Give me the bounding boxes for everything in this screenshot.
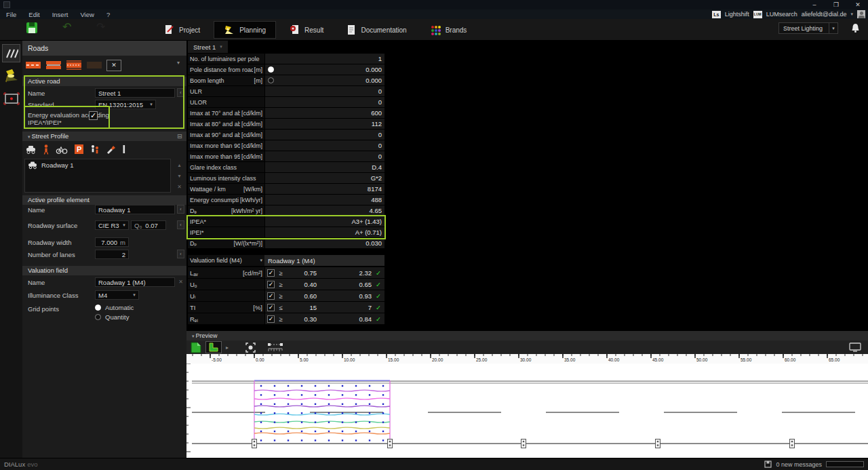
param-value[interactable]: 0.030 [264, 238, 384, 249]
preview-view-mode-button[interactable] [205, 341, 222, 353]
road-name-expand-button[interactable]: ‹ [177, 88, 184, 97]
road-name-input[interactable]: Street 1 [95, 88, 175, 98]
list-item-roadway[interactable]: Roadway 1 [25, 159, 170, 170]
account-menu[interactable]: aliefeldt@dial.de [802, 11, 847, 18]
criterion-checkbox[interactable]: ✓ [267, 269, 275, 277]
required-value[interactable]: 0.75 [287, 269, 317, 277]
param-value[interactable]: 0 [264, 86, 384, 97]
roadway-width-input[interactable]: 7.000 m [95, 237, 129, 247]
calculation-area-tool-button[interactable] [2, 90, 20, 108]
required-value[interactable]: 0.30 [287, 315, 317, 323]
menu-file[interactable]: File [0, 11, 22, 18]
valuation-field-dropdown[interactable]: Valuation field (M4) ▾ [188, 255, 264, 266]
radio-off-icon[interactable] [268, 77, 274, 83]
menu-insert[interactable]: Insert [46, 11, 75, 18]
surface-dropdown[interactable]: CIE R3 ▾ [95, 220, 129, 230]
tab-street-1[interactable]: Street 1 ▾ [188, 41, 228, 53]
param-value[interactable]: 112 [264, 119, 384, 130]
close-button[interactable]: ✕ [848, 1, 868, 9]
grid-quantity-radio[interactable]: Quantity [95, 313, 129, 321]
notifications-button[interactable] [851, 23, 860, 33]
required-value[interactable]: 15 [287, 304, 317, 311]
lightshift-link[interactable]: Lightshift [725, 11, 749, 18]
account-caret-icon[interactable]: ▾ [850, 12, 853, 17]
energy-evaluation-checkbox[interactable]: ✓ [89, 111, 98, 120]
luminaires-tool-button[interactable] [2, 66, 20, 85]
param-value[interactable]: 488 [264, 195, 384, 205]
param-value[interactable]: 0.000 [264, 75, 384, 86]
roads-tool-button[interactable] [2, 44, 20, 62]
move-up-button[interactable]: ▴ [176, 161, 183, 169]
zoom-to-fit-button[interactable] [245, 342, 256, 353]
menu-help[interactable]: ? [100, 11, 116, 18]
param-value[interactable]: A+ (0.71) [264, 227, 384, 238]
pole-symbol[interactable] [521, 439, 526, 448]
pole-symbol[interactable] [388, 439, 393, 448]
measure-button[interactable] [267, 342, 283, 353]
radio-on-icon[interactable] [268, 66, 274, 73]
standard-dropdown[interactable]: EN 13201:2015 ▾ [95, 100, 156, 109]
tab-documentation[interactable]: Documentation [337, 21, 416, 39]
param-value[interactable]: 0 [264, 130, 384, 140]
roadway-icon[interactable] [25, 144, 37, 155]
tab-result[interactable]: Result [280, 21, 333, 39]
illuminance-class-dropdown[interactable]: M4 ▾ [95, 290, 139, 300]
clear-valuation-button[interactable]: ✕ [177, 278, 184, 286]
preview-canvas[interactable] [186, 364, 868, 458]
cycle-path-icon[interactable] [56, 144, 68, 155]
lumsearch-icon[interactable]: LUM [753, 11, 762, 18]
parking-lane-icon[interactable]: P [74, 144, 84, 155]
criterion-checkbox[interactable]: ✓ [267, 292, 275, 300]
avatar[interactable] [857, 10, 865, 18]
save-button[interactable] [26, 22, 38, 34]
param-value[interactable]: 0.000 [264, 64, 384, 75]
criterion-checkbox[interactable]: ✓ [267, 304, 275, 311]
emergency-lane-icon[interactable] [106, 144, 116, 155]
q0-input[interactable]: Q₀ 0.07 [131, 220, 166, 230]
minimize-button[interactable]: – [804, 1, 825, 9]
param-value[interactable]: 0 [264, 151, 384, 162]
new-road-button[interactable] [25, 59, 41, 71]
menu-view[interactable]: View [74, 11, 100, 18]
number-of-lanes-input[interactable]: 2 [95, 250, 129, 259]
tab-project[interactable]: Project [155, 21, 210, 39]
required-value[interactable]: 0.40 [287, 281, 317, 288]
pole-symbol[interactable] [790, 439, 795, 448]
criterion-checkbox[interactable]: ✓ [267, 281, 275, 288]
maximize-button[interactable]: ❐ [826, 1, 846, 9]
expand-views-button[interactable]: ▸ [226, 345, 229, 351]
criterion-checkbox[interactable]: ✓ [267, 315, 275, 323]
new-road-sidewalk-button[interactable] [66, 59, 82, 71]
required-value[interactable]: 0.60 [287, 292, 317, 300]
param-value[interactable]: 4.65 [264, 205, 384, 216]
param-value[interactable]: 600 [264, 108, 384, 119]
preview-header[interactable]: ▾ Preview [186, 331, 868, 340]
messages-status[interactable]: 0 new messages [776, 461, 822, 468]
param-value[interactable]: 8174 [264, 184, 384, 195]
tab-planning[interactable]: Planning [214, 21, 276, 39]
param-value[interactable]: G*2 [264, 173, 384, 184]
undo-button[interactable]: ↶ [62, 20, 71, 33]
tab-brands[interactable]: Brands [420, 21, 477, 39]
delete-road-button[interactable]: ✕ [106, 60, 121, 71]
lumsearch-link[interactable]: LUMsearch [766, 11, 797, 18]
remove-item-button[interactable]: ✕ [176, 183, 183, 191]
pole-symbol[interactable] [656, 439, 660, 448]
panel-options-icon[interactable]: ⊟ [177, 132, 182, 141]
pole-symbol[interactable] [252, 439, 257, 448]
preview-export-button[interactable] [191, 342, 201, 353]
param-value[interactable]: 0 [264, 97, 384, 108]
chevron-down-icon[interactable]: ▾ [177, 60, 180, 66]
param-value[interactable]: 0 [264, 140, 384, 151]
lightshift-icon[interactable]: Ls [712, 11, 721, 18]
display-settings-button[interactable] [849, 342, 861, 352]
lanes-expand-button[interactable]: ‹ [177, 250, 184, 258]
sidewalk-icon[interactable] [43, 144, 50, 155]
move-down-button[interactable]: ▾ [176, 172, 183, 180]
param-value[interactable]: D.4 [264, 162, 384, 173]
street-profile-header[interactable]: ▾ Street Profile ⊟ [22, 132, 186, 141]
tool-mode-select[interactable]: Street Lighting ▾ [778, 22, 838, 34]
surface-expand-button[interactable]: ‹ [177, 220, 184, 229]
divider-icon[interactable] [122, 144, 126, 155]
param-value[interactable]: 1 [264, 54, 384, 64]
